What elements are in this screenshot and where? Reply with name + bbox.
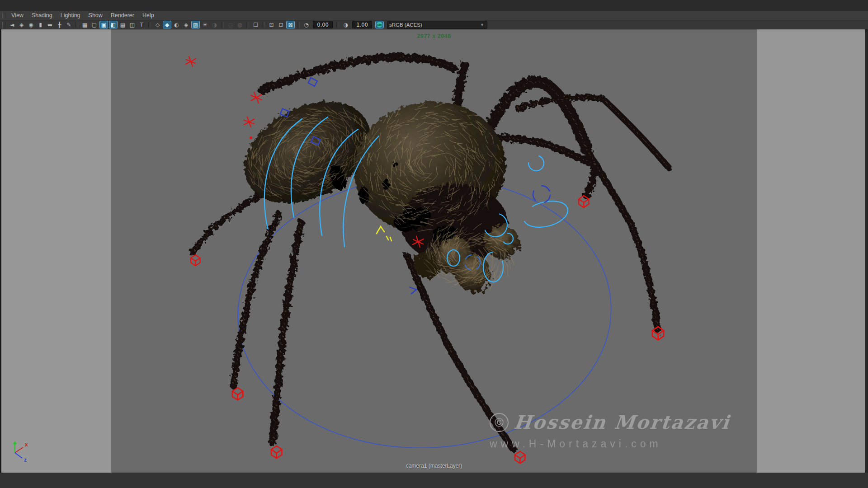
spider-model-scene — [111, 29, 757, 473]
textured-icon[interactable]: ◐ — [172, 21, 181, 28]
region-select-icon[interactable]: ⊠ — [286, 21, 295, 28]
resolution-gate: 2977 x 2048 — [111, 29, 757, 473]
leg-front-right-lower — [587, 150, 658, 330]
safe-title-icon[interactable]: T — [137, 21, 146, 28]
camera-label: camera1 (masterLayer) — [111, 463, 757, 469]
gamma-field[interactable] — [352, 21, 372, 28]
duplicate-view-icon[interactable]: ⊡ — [267, 21, 276, 28]
camera-attributes-icon[interactable]: ◉ — [27, 21, 35, 28]
grease-pencil-icon[interactable]: ✎ — [65, 21, 73, 28]
safe-action-icon[interactable]: ◫ — [128, 21, 137, 28]
axis-z-blue — [15, 453, 22, 458]
viewport[interactable]: 2977 x 2048 — [1, 29, 865, 473]
image-plane-icon[interactable]: ▬ — [46, 21, 54, 28]
color-management-icon: cm — [377, 22, 382, 28]
exposure-icon[interactable]: ◔ — [302, 21, 311, 28]
window-chrome-bottom — [0, 473, 868, 488]
grid-icon[interactable]: ▦ — [80, 21, 89, 28]
panel-toolbar: ◄◈◉▮▬╋✎▦▢▣◧▤◫T◇◆◐◈▨☀◑◌◍☐⊡⊟⊠ ◔ ◑ cm sRGB … — [0, 20, 868, 29]
wireframe-icon[interactable]: ◇ — [153, 21, 162, 28]
bookmark-icon[interactable]: ▮ — [36, 21, 45, 28]
resolution-gate-icon[interactable]: ▣ — [99, 21, 108, 28]
lighting-icon[interactable]: ☀ — [201, 21, 209, 28]
menu-lighting[interactable]: Lighting — [57, 11, 85, 19]
axis-gizmo: x z — [5, 437, 34, 466]
field-chart-icon[interactable]: ▤ — [118, 21, 127, 28]
toolbar-separator — [148, 22, 151, 28]
toolbar-separator — [75, 22, 78, 28]
leg-mid-left — [233, 215, 279, 385]
film-gate-icon[interactable]: ▢ — [90, 21, 99, 28]
axis-x-label: x — [25, 441, 28, 448]
panel-menubar: View Shading Lighting Show Renderer Help — [0, 11, 868, 20]
menubar-grip[interactable] — [2, 12, 5, 19]
toolbar-separator — [221, 22, 224, 28]
toolbar-icon-strip: ◄◈◉▮▬╋✎▦▢▣◧▤◫T◇◆◐◈▨☀◑◌◍☐⊡⊟⊠ — [0, 21, 302, 28]
menu-renderer[interactable]: Renderer — [107, 11, 138, 19]
exposure-field[interactable] — [313, 21, 333, 28]
gate-mask-icon[interactable]: ◧ — [109, 21, 118, 28]
smooth-shade-icon[interactable]: ◆ — [163, 21, 171, 28]
menu-view[interactable]: View — [7, 11, 28, 19]
axis-z-label: z — [24, 457, 27, 463]
lock-camera-icon[interactable]: ◈ — [17, 21, 26, 28]
view-transform-value: sRGB (ACES) — [389, 22, 480, 28]
select-camera-icon[interactable]: ◄ — [8, 21, 16, 28]
leg-mid-left-2 — [273, 223, 301, 443]
axis-x-red — [15, 447, 23, 453]
leg-rear-left — [192, 196, 260, 253]
window-chrome-top — [0, 0, 868, 11]
axis-y-arrow — [13, 441, 17, 444]
isolate-select-icon[interactable]: ☐ — [251, 21, 260, 28]
maya-viewport-panel: View Shading Lighting Show Renderer Help… — [0, 0, 868, 488]
leg-rear-raised — [262, 57, 453, 90]
shadows-icon[interactable]: ◑ — [210, 21, 219, 28]
motion-blur-icon[interactable]: ◍ — [236, 21, 244, 28]
chevron-down-icon: ▼ — [480, 23, 484, 27]
color-management-toggle[interactable]: cm — [375, 21, 384, 28]
pan-zoom-icon[interactable]: ╋ — [55, 21, 64, 28]
view-transform-dropdown[interactable]: sRGB (ACES) ▼ — [387, 21, 487, 29]
gamma-icon[interactable]: ◑ — [341, 21, 350, 28]
wireframe-on-shaded-icon[interactable]: ◈ — [182, 21, 190, 28]
menu-help[interactable]: Help — [138, 11, 158, 19]
menu-shading[interactable]: Shading — [28, 11, 57, 19]
menu-show[interactable]: Show — [85, 11, 107, 19]
duplicate-layer-icon[interactable]: ⊟ — [277, 21, 285, 28]
yellow-markers[interactable] — [377, 226, 392, 241]
toolbar-separator — [246, 22, 249, 28]
occlusion-icon[interactable]: ◌ — [226, 21, 235, 28]
toolbar-separator — [336, 22, 339, 28]
toolbar-grip[interactable] — [2, 22, 5, 28]
toolbar-separator — [297, 22, 300, 28]
toolbar-separator — [262, 22, 265, 28]
xray-icon[interactable]: ▨ — [191, 21, 200, 28]
viewport-right-border — [865, 29, 868, 473]
